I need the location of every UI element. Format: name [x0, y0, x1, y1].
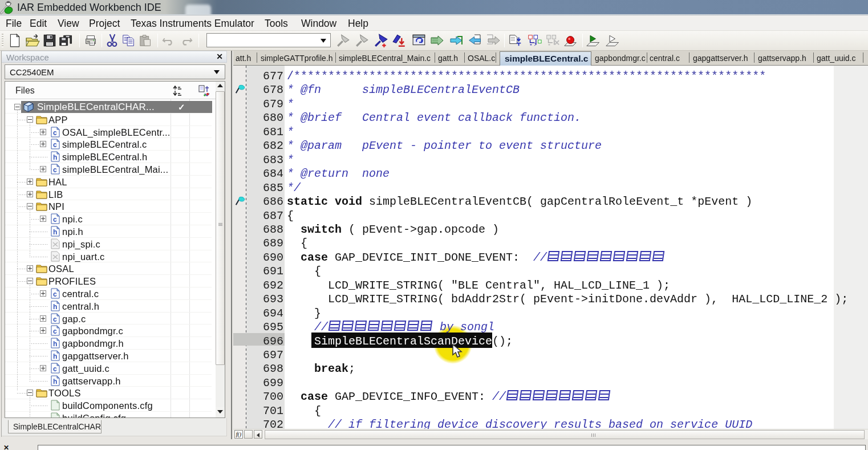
svg-text:h: h — [53, 378, 58, 386]
svg-text:h: h — [53, 153, 58, 161]
svg-text:h: h — [53, 303, 58, 311]
svg-text:c: c — [53, 141, 57, 149]
svg-text:c: c — [53, 365, 57, 373]
svg-text:h: h — [53, 340, 58, 348]
svg-text:c: c — [53, 315, 57, 323]
svg-text:h: h — [53, 228, 58, 236]
svg-text:h: h — [53, 352, 58, 360]
svg-text:c: c — [53, 290, 57, 298]
svg-text:c: c — [53, 166, 57, 174]
svg-text:c: c — [53, 129, 57, 137]
svg-text:c: c — [53, 327, 57, 335]
svg-text:c: c — [53, 216, 57, 224]
